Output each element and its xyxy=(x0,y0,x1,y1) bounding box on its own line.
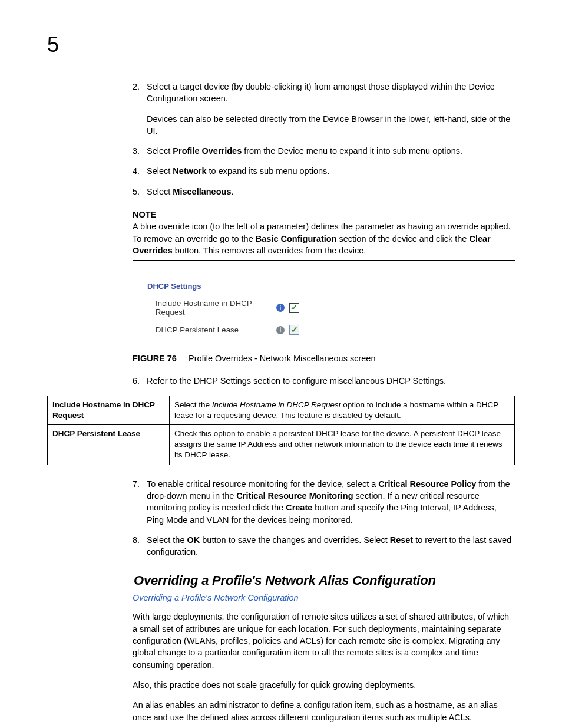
page: 5 2. Select a target device (by double-c… xyxy=(0,0,562,728)
note-block: NOTE A blue override icon (to the left o… xyxy=(133,206,515,261)
body-paragraph: Also, this practice does not scale grace… xyxy=(133,679,515,691)
figure-screenshot: DHCP Settings Include Hostname in DHCP R… xyxy=(133,269,515,349)
term-cell: DHCP Persistent Lease xyxy=(48,425,170,465)
step-number: 7. xyxy=(133,478,147,526)
body-paragraph: With large deployments, the configuratio… xyxy=(133,611,515,670)
step-text: Select Network to expand its sub menu op… xyxy=(147,165,515,177)
check-icon: ✓ xyxy=(291,325,298,334)
section-heading: Overriding a Profile's Network Alias Con… xyxy=(134,573,515,588)
setting-label: DHCP Persistent Lease xyxy=(156,325,276,334)
setting-row: Include Hostname in DHCP Request i ✓ xyxy=(147,299,501,317)
description-cell: Select the Include Hostname in DHCP Requ… xyxy=(170,396,515,424)
setting-label: Include Hostname in DHCP Request xyxy=(156,299,276,317)
step-number: 3. xyxy=(133,145,147,157)
rule xyxy=(133,206,515,206)
step-item: 6. Refer to the DHCP Settings section to… xyxy=(133,375,515,387)
step-number: 5. xyxy=(133,186,147,197)
check-icon: ✓ xyxy=(291,303,298,311)
step-text: Devices can also be selected directly fr… xyxy=(147,113,515,137)
step-text: To enable critical resource monitoring f… xyxy=(147,478,515,526)
step-item: 2. Select a target device (by double-cli… xyxy=(133,81,515,137)
fieldset-title-text: DHCP Settings xyxy=(147,282,201,291)
content-column: Include Hostname in DHCP Request Select … xyxy=(133,396,515,723)
step-text: Select Miscellaneous. xyxy=(147,186,515,197)
figure-caption: FIGURE 76 Profile Overrides - Network Mi… xyxy=(133,354,515,363)
step-text: Select the OK button to save the changes… xyxy=(147,534,515,558)
content-column: 2. Select a target device (by double-cli… xyxy=(133,81,515,387)
fieldset-title: DHCP Settings xyxy=(147,282,501,291)
rule xyxy=(133,260,515,261)
figure-title: Profile Overrides - Network Miscellaneou… xyxy=(189,354,376,363)
fieldset-rule xyxy=(205,286,501,286)
step-text: Select a target device (by double-clicki… xyxy=(147,81,515,105)
step-text: Refer to the DHCP Settings section to co… xyxy=(147,375,515,387)
figure-number: FIGURE 76 xyxy=(133,354,177,363)
checkbox[interactable]: ✓ xyxy=(289,303,299,313)
breadcrumb-link[interactable]: Overriding a Profile's Network Configura… xyxy=(133,593,515,602)
steps-c: 7. To enable critical resource monitorin… xyxy=(133,478,515,558)
table-row: Include Hostname in DHCP Request Select … xyxy=(48,396,515,424)
step-number: 4. xyxy=(133,165,147,177)
info-icon[interactable]: i xyxy=(276,326,285,334)
steps-a: 2. Select a target device (by double-cli… xyxy=(133,81,515,197)
info-icon[interactable]: i xyxy=(276,304,285,312)
step-text: Select Profile Overrides from the Device… xyxy=(147,145,515,157)
note-label: NOTE xyxy=(133,209,515,220)
step-item: 4. Select Network to expand its sub menu… xyxy=(133,165,515,177)
step-item: 3. Select Profile Overrides from the Dev… xyxy=(133,145,515,157)
definition-table: Include Hostname in DHCP Request Select … xyxy=(47,396,515,465)
chapter-number: 5 xyxy=(47,32,515,57)
step-item: 5. Select Miscellaneous. xyxy=(133,186,515,197)
step-item: 7. To enable critical resource monitorin… xyxy=(133,478,515,526)
checkbox[interactable]: ✓ xyxy=(289,325,299,335)
setting-row: DHCP Persistent Lease i ✓ xyxy=(147,325,501,335)
step-number: 2. xyxy=(133,81,147,137)
body-paragraph: An alias enables an administrator to def… xyxy=(133,699,515,723)
term-cell: Include Hostname in DHCP Request xyxy=(48,396,170,424)
note-text: A blue override icon (to the left of a p… xyxy=(133,220,515,256)
step-item: 8. Select the OK button to save the chan… xyxy=(133,534,515,558)
step-number: 6. xyxy=(133,375,147,387)
steps-b: 6. Refer to the DHCP Settings section to… xyxy=(133,375,515,387)
table-row: DHCP Persistent Lease Check this option … xyxy=(48,425,515,465)
description-cell: Check this option to enable a persistent… xyxy=(170,425,515,465)
step-number: 8. xyxy=(133,534,147,558)
